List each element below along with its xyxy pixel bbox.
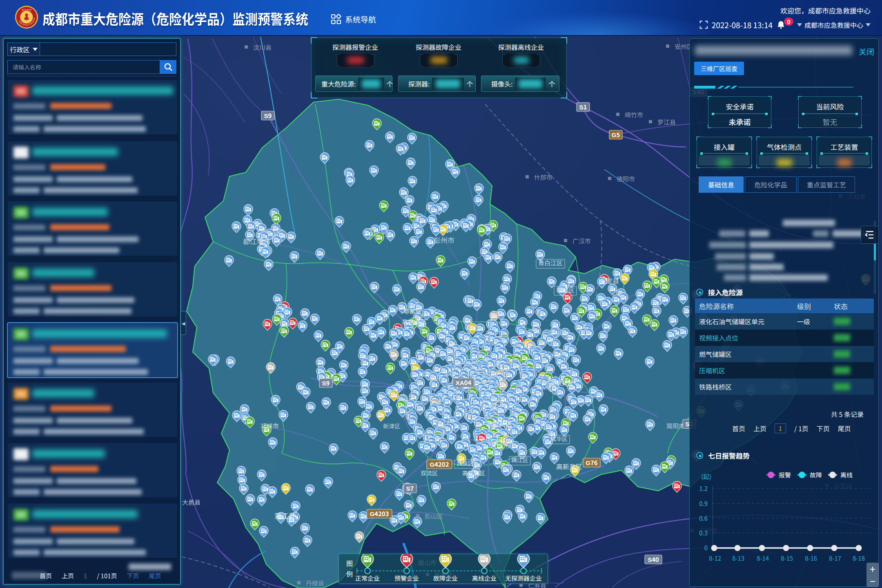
- svg-text:双流区: 双流区: [421, 469, 438, 477]
- svg-text:S7: S7: [406, 484, 414, 492]
- svg-text:S40: S40: [648, 555, 659, 564]
- svg-text:成华区: 成华区: [550, 434, 568, 443]
- svg-text:龙泉驿区: 龙泉驿区: [550, 379, 573, 387]
- svg-text:彭山区: 彭山区: [425, 512, 443, 520]
- svg-text:8-13: 8-13: [732, 554, 744, 562]
- svg-text:青白江区: 青白江区: [538, 258, 563, 267]
- svg-text:G5: G5: [612, 130, 620, 139]
- svg-text:8-18: 8-18: [853, 554, 865, 562]
- svg-text:G76: G76: [586, 458, 598, 467]
- svg-text:G4202: G4202: [430, 460, 449, 468]
- svg-text:青羊区: 青羊区: [493, 439, 510, 447]
- svg-text:0.3: 0.3: [699, 528, 708, 537]
- svg-text:广汉市: 广汉市: [572, 236, 591, 245]
- svg-text:8-15: 8-15: [781, 554, 793, 562]
- svg-text:高新西区: 高新西区: [402, 317, 426, 326]
- svg-text:故障: 故障: [810, 470, 822, 479]
- svg-text:大邑县: 大邑县: [182, 498, 200, 506]
- svg-text:S1: S1: [579, 102, 587, 111]
- svg-text:蒲江县: 蒲江县: [274, 510, 295, 521]
- svg-text:锦江区: 锦江区: [511, 456, 528, 464]
- svg-text:绵竹市: 绵竹市: [625, 110, 643, 119]
- svg-text:(起): (起): [701, 472, 711, 481]
- svg-text:金牛区: 金牛区: [487, 400, 504, 408]
- svg-text:罗江县: 罗江县: [657, 118, 676, 126]
- svg-text:离线: 离线: [840, 470, 853, 479]
- svg-text:高新东区: 高新东区: [556, 461, 582, 471]
- svg-text:高新南区: 高新南区: [462, 469, 485, 477]
- svg-text:金堂县: 金堂县: [599, 276, 619, 285]
- svg-text:丹棱县: 丹棱县: [306, 579, 324, 587]
- svg-text:新津区: 新津区: [383, 422, 400, 430]
- svg-text:8-17: 8-17: [829, 554, 841, 562]
- svg-text:郫都区: 郫都区: [403, 307, 422, 315]
- svg-text:1.2: 1.2: [699, 484, 708, 492]
- svg-text:G4203: G4203: [370, 509, 389, 518]
- svg-text:0.9: 0.9: [699, 499, 708, 508]
- svg-text:S9: S9: [264, 111, 272, 120]
- svg-text:汶川县: 汶川县: [253, 43, 272, 51]
- svg-text:0: 0: [704, 543, 708, 552]
- svg-text:0.6: 0.6: [699, 514, 708, 522]
- svg-text:武侯区: 武侯区: [457, 459, 474, 467]
- svg-text:新都区: 新都区: [556, 285, 575, 294]
- svg-text:彭州市: 彭州市: [434, 235, 454, 245]
- svg-text:应急管理: 应急管理: [22, 8, 31, 12]
- svg-text:S9: S9: [322, 379, 330, 387]
- svg-text:XA04: XA04: [456, 378, 472, 387]
- svg-text:都江堰市: 都江堰市: [243, 236, 271, 246]
- svg-text:什邡市: 什邡市: [534, 173, 552, 181]
- svg-text:报警: 报警: [779, 470, 791, 479]
- svg-text:8-12: 8-12: [709, 554, 721, 562]
- svg-text:8-16: 8-16: [805, 554, 817, 562]
- svg-text:德阳市: 德阳市: [617, 174, 635, 183]
- svg-text:邛崃市: 邛崃市: [261, 421, 279, 430]
- svg-text:8-14: 8-14: [757, 554, 769, 562]
- svg-text:天府新区: 天府新区: [486, 419, 512, 428]
